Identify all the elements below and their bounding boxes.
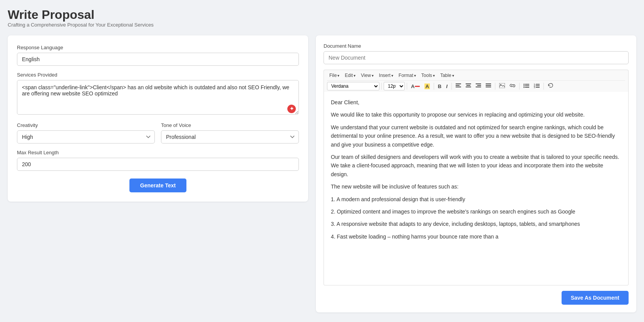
- insert-chevron: ▾: [391, 73, 393, 78]
- insert-menu[interactable]: Insert ▾: [377, 72, 396, 79]
- insert-image-button[interactable]: [497, 82, 507, 90]
- content-para1: We would like to take this opportunity t…: [331, 110, 621, 119]
- align-left-icon: [456, 83, 461, 88]
- tools-menu[interactable]: Tools ▾: [419, 72, 437, 79]
- align-center-button[interactable]: [464, 82, 473, 90]
- max-length-group: Max Result Length: [17, 150, 299, 171]
- svg-rect-23: [536, 84, 540, 85]
- svg-point-16: [523, 83, 525, 85]
- content-item4: 4. Fast website loading – nothing harms …: [331, 232, 621, 241]
- view-chevron: ▾: [372, 73, 374, 78]
- tone-select[interactable]: Formal Professional Casual Friendly: [161, 130, 299, 143]
- highlight-color-button[interactable]: A: [423, 82, 431, 90]
- main-layout: Response Language Services Provided <spa…: [8, 35, 636, 312]
- sep2: [407, 83, 407, 90]
- left-panel: Response Language Services Provided <spa…: [8, 35, 308, 202]
- toolbar-format-row: Verdana Arial Times New Roman 10pt 12pt …: [327, 80, 625, 90]
- svg-point-18: [523, 85, 525, 86]
- creativity-label: Creativity: [17, 122, 155, 128]
- editor-toolbar: File ▾ Edit ▾ View ▾ Insert ▾ Format ▾ T…: [324, 70, 629, 92]
- editor-content-area[interactable]: Dear Client, We would like to take this …: [324, 92, 629, 285]
- svg-rect-11: [486, 83, 491, 84]
- align-left-button[interactable]: [454, 82, 463, 90]
- align-right-button[interactable]: [474, 82, 483, 90]
- tone-label: Tone of Voice: [161, 122, 299, 128]
- format-menu[interactable]: Format ▾: [396, 72, 418, 79]
- svg-rect-6: [466, 85, 470, 86]
- magic-icon[interactable]: ✦: [287, 105, 296, 113]
- content-para2: We understand that your current website …: [331, 123, 621, 149]
- creativity-tone-row: Creativity Low Medium High Tone of Voice…: [17, 122, 299, 143]
- toolbar-menu-row: File ▾ Edit ▾ View ▾ Insert ▾ Format ▾ T…: [327, 72, 625, 79]
- svg-rect-12: [486, 85, 491, 86]
- table-menu[interactable]: Table ▾: [438, 72, 456, 79]
- bold-button[interactable]: B: [436, 82, 443, 90]
- services-label: Services Provided: [17, 72, 299, 78]
- font-size-select[interactable]: 10pt 12pt 14pt 16pt: [384, 82, 405, 90]
- file-menu[interactable]: File ▾: [327, 72, 342, 79]
- sep4: [451, 83, 452, 90]
- save-btn-row: Save As Document: [324, 291, 629, 305]
- undo-button[interactable]: [546, 82, 555, 90]
- svg-point-20: [523, 87, 525, 88]
- tools-chevron: ▾: [433, 73, 435, 78]
- align-justify-icon: [486, 83, 491, 88]
- svg-text:✦: ✦: [290, 106, 294, 112]
- font-family-select[interactable]: Verdana Arial Times New Roman: [327, 82, 379, 90]
- doc-name-label: Document Name: [324, 43, 629, 49]
- save-as-document-button[interactable]: Save As Document: [562, 291, 629, 305]
- creativity-select[interactable]: Low Medium High: [17, 130, 155, 143]
- svg-rect-3: [456, 85, 460, 86]
- view-menu[interactable]: View ▾: [359, 72, 376, 79]
- greeting-line: Dear Client,: [331, 98, 621, 107]
- italic-button[interactable]: I: [444, 82, 449, 90]
- max-length-input[interactable]: [17, 158, 299, 171]
- page-subtitle: Crafting a Comprehensive Proposal for Yo…: [8, 22, 636, 28]
- tone-group: Tone of Voice Formal Professional Casual…: [161, 122, 299, 143]
- insert-link-button[interactable]: [508, 82, 517, 90]
- right-panel: Document Name File ▾ Edit ▾ View ▾ Inser…: [316, 35, 636, 312]
- sep6: [519, 83, 520, 90]
- highlight-indicator: A: [424, 83, 429, 89]
- link-icon: [510, 83, 515, 88]
- image-icon: [499, 83, 505, 88]
- svg-rect-17: [525, 84, 529, 85]
- svg-rect-8: [476, 83, 481, 84]
- align-center-icon: [466, 83, 471, 88]
- svg-rect-5: [466, 83, 471, 84]
- content-item1: 1. A modern and professional design that…: [331, 195, 621, 204]
- doc-name-input[interactable]: [324, 51, 629, 64]
- services-textarea[interactable]: <span class="underline-link">Client</spa…: [17, 80, 299, 115]
- svg-rect-21: [525, 87, 529, 88]
- content-para3: Our team of skilled designers and develo…: [331, 153, 621, 179]
- unordered-list-icon: [523, 83, 529, 88]
- font-color-button[interactable]: A: [409, 82, 422, 90]
- svg-text:3.: 3.: [534, 86, 536, 88]
- format-chevron: ▾: [414, 73, 416, 78]
- sep3: [434, 83, 434, 90]
- svg-rect-7: [466, 87, 471, 87]
- svg-rect-9: [477, 85, 481, 86]
- font-color-indicator: A: [411, 83, 420, 89]
- services-group: Services Provided <span class="underline…: [17, 72, 299, 116]
- ordered-list-icon: 1.2.3.: [534, 83, 540, 88]
- edit-menu[interactable]: Edit ▾: [342, 72, 358, 79]
- svg-rect-10: [476, 87, 481, 87]
- unordered-list-button[interactable]: [522, 82, 531, 90]
- page-title: Write Proposal: [8, 8, 636, 22]
- align-justify-button[interactable]: [484, 82, 493, 90]
- svg-rect-4: [456, 87, 461, 87]
- max-length-label: Max Result Length: [17, 150, 299, 155]
- file-chevron: ▾: [337, 73, 339, 78]
- response-language-group: Response Language: [17, 45, 299, 66]
- response-language-input[interactable]: [17, 53, 299, 66]
- ordered-list-button[interactable]: 1.2.3.: [532, 82, 542, 90]
- svg-rect-25: [536, 85, 540, 86]
- svg-rect-13: [486, 87, 491, 87]
- svg-rect-2: [456, 83, 461, 84]
- sep1: [381, 83, 382, 90]
- generate-button[interactable]: Generate Text: [129, 179, 186, 192]
- content-item3: 3. A responsive website that adapts to a…: [331, 220, 621, 228]
- creativity-group: Creativity Low Medium High: [17, 122, 155, 143]
- content-item2: 2. Optimized content and images to impro…: [331, 207, 621, 216]
